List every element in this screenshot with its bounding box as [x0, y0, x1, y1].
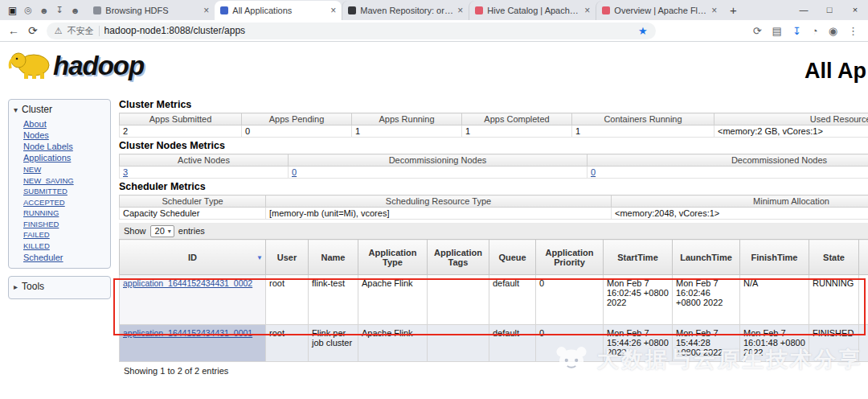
decommissioned-nodes-link[interactable]: 0	[591, 167, 596, 177]
tab-all-applications[interactable]: All Applications ×	[215, 1, 342, 20]
chevron-down-icon: ▾	[168, 228, 171, 235]
sidebar-state-failed[interactable]: FAILED	[23, 230, 50, 239]
hadoop-logo[interactable]: hadoop	[8, 47, 144, 80]
browser-window: ▣ ◎ ☻ ↧ ☻ Browsing HDFS × All Applicatio…	[0, 0, 868, 399]
minimize-button[interactable]: —	[791, 0, 817, 20]
reload-button[interactable]: ⟳	[28, 24, 38, 37]
queue-cell: default	[489, 325, 536, 362]
bookmark-star-icon[interactable]: ★	[638, 25, 648, 37]
metrics-value: 0	[289, 167, 588, 179]
sidebar-main-links: About Nodes Node Labels Applications	[23, 118, 105, 162]
address-bar-row: ← ⟳ ⚠ 不安全 hadoop-node1:8088/cluster/apps…	[0, 20, 868, 42]
profile-icon[interactable]: ☻	[39, 6, 49, 15]
applications-table: ID▼ User Name Application Type Applicati…	[119, 239, 868, 362]
browser-app-icon[interactable]: ▣	[8, 5, 17, 16]
sidebar-state-new-saving[interactable]: NEW_SAVING	[23, 176, 74, 185]
tab-close-icon[interactable]: ×	[203, 5, 209, 16]
application-link[interactable]: application_1644152434431_0001	[123, 328, 252, 338]
sidebar-state-finished[interactable]: FINISHED	[23, 220, 59, 228]
tab-maven-repository[interactable]: Maven Repository: org.apach… ×	[342, 1, 469, 20]
sidebar-item-applications[interactable]: Applications	[23, 153, 71, 162]
application-link[interactable]: application_1644152434431_0002	[123, 278, 252, 288]
tab-close-icon[interactable]: ×	[330, 5, 336, 16]
metrics-header: Scheduling Resource Type	[266, 195, 612, 208]
back-button[interactable]: ←	[8, 24, 19, 37]
type-cell: Apache Flink	[358, 275, 428, 325]
sidebar-state-accepted[interactable]: ACCEPTED	[23, 198, 65, 207]
download-tray-icon[interactable]: ↧	[56, 5, 63, 15]
tab-close-icon[interactable]: ×	[711, 5, 717, 16]
sidebar-cluster-header[interactable]: ▾ Cluster	[14, 102, 105, 117]
flink-favicon-icon	[475, 6, 483, 14]
sidebar-item-scheduler[interactable]: Scheduler	[23, 253, 63, 262]
sidebar-state-running[interactable]: RUNNING	[23, 208, 59, 217]
column-header-finishtime[interactable]: FinishTime	[740, 240, 809, 275]
starttime-cell: Mon Feb 7 15:44:26 +0800 2022	[604, 325, 673, 362]
column-header-application-priority[interactable]: Application Priority	[536, 240, 604, 275]
flink-favicon-icon	[602, 6, 610, 14]
tags-cell	[428, 275, 489, 325]
metrics-header: Scheduler Type	[120, 195, 266, 208]
downloads-icon[interactable]: ↧	[792, 25, 801, 37]
new-tab-button[interactable]: +	[723, 3, 743, 17]
state-cell: FINISHED	[809, 325, 859, 362]
sidebar-item-about[interactable]: About	[23, 119, 47, 129]
expand-caret-icon: ▸	[14, 282, 18, 291]
timer-icon[interactable]: ◎	[24, 5, 32, 15]
column-header-name[interactable]: Name	[309, 240, 358, 275]
column-header-launchtime[interactable]: LaunchTime	[673, 240, 740, 275]
sidebar-scheduler-links: Scheduler	[23, 252, 105, 262]
tab-flink-overview[interactable]: Overview | Apache Flink ×	[596, 1, 723, 20]
url-text[interactable]: hadoop-node1:8088/cluster/apps	[104, 25, 245, 36]
active-nodes-link[interactable]: 3	[123, 167, 128, 177]
sidebar-item-node-labels[interactable]: Node Labels	[23, 142, 73, 151]
column-header-clipped	[859, 240, 868, 275]
metrics-value: 1	[462, 125, 572, 138]
column-header-state[interactable]: State	[809, 240, 859, 275]
metrics-header: Apps Submitted	[120, 113, 242, 125]
clipped-cell	[859, 325, 868, 362]
menu-icon[interactable]: ⋮	[848, 25, 858, 37]
column-header-queue[interactable]: Queue	[489, 240, 536, 275]
metrics-header: Decommissioning Nodes	[289, 154, 588, 167]
decommissioning-nodes-link[interactable]: 0	[292, 167, 297, 177]
column-header-application-type[interactable]: Application Type	[358, 240, 428, 275]
close-button[interactable]: ×	[842, 0, 868, 20]
collections-icon[interactable]: ▤	[772, 25, 782, 37]
sidebar-state-killed[interactable]: KILLED	[23, 241, 50, 250]
table-row: application_1644152434431_0002 root flin…	[120, 275, 868, 325]
maximize-button[interactable]: □	[817, 0, 842, 20]
sidebar-state-submitted[interactable]: SUBMITTED	[23, 187, 68, 195]
column-header-starttime[interactable]: StartTime	[604, 240, 673, 275]
queue-cell: default	[489, 275, 536, 325]
metrics-header: Minimum Allocation	[612, 195, 868, 208]
app-id-cell: application_1644152434431_0001	[120, 325, 266, 362]
sidebar-state-new[interactable]: NEW	[23, 165, 41, 174]
sync-icon[interactable]: ⟳	[753, 25, 762, 37]
table-footer-info: Showing 1 to 2 of 2 entries	[119, 362, 868, 380]
tab-label: Overview | Apache Flink	[614, 6, 707, 15]
main-content: Cluster Metrics Apps Submitted Apps Pend…	[119, 97, 868, 399]
column-header-user[interactable]: User	[266, 240, 309, 275]
nodes-metrics-table: Active Nodes Decommissioning Nodes Decom…	[119, 154, 868, 179]
metrics-value: 1	[572, 125, 714, 138]
sidebar-tools-header[interactable]: ▸ Tools	[14, 279, 105, 294]
show-label: Show	[124, 226, 146, 236]
tab-hive-catalog[interactable]: Hive Catalog | Apache Flink ×	[469, 1, 596, 20]
tab-close-icon[interactable]: ×	[457, 5, 463, 16]
tab-close-icon[interactable]: ×	[584, 5, 590, 16]
hadoop-logo-text: hadoop	[53, 52, 144, 80]
app-id-cell: application_1644152434431_0002	[120, 275, 266, 325]
address-bar[interactable]: ⚠ 不安全 hadoop-node1:8088/cluster/apps ★	[47, 23, 656, 39]
security-label[interactable]: 不安全	[68, 25, 94, 37]
hdfs-favicon-icon	[93, 6, 101, 14]
name-cell: flink-test	[309, 275, 358, 325]
profile-icon-2[interactable]: ☻	[71, 6, 80, 15]
tab-browsing-hdfs[interactable]: Browsing HDFS ×	[88, 1, 215, 20]
column-header-id[interactable]: ID▼	[120, 240, 266, 275]
notifications-icon[interactable]: ◔	[812, 25, 818, 37]
avatar-icon[interactable]: ◉	[829, 25, 837, 37]
page-size-select[interactable]: 20 ▾	[150, 225, 174, 237]
sidebar-item-nodes[interactable]: Nodes	[23, 130, 49, 140]
column-header-application-tags[interactable]: Application Tags	[428, 240, 489, 275]
